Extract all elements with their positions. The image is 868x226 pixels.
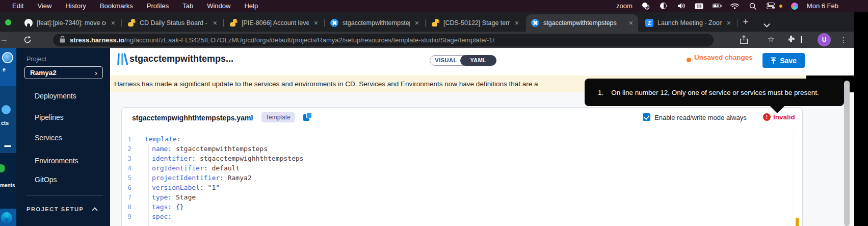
project-name: Ramya2 — [30, 69, 57, 77]
browser-toolbar: → stress.harness.io/ng/account/zEaak-FLS… — [0, 32, 854, 48]
tab-github-pr[interactable]: [feat]:[pie-7340]: move co × — [19, 14, 120, 32]
keyboard-icon[interactable] — [695, 2, 704, 10]
save-button[interactable]: Save — [762, 53, 805, 68]
tab-separator — [737, 19, 738, 27]
tab-title: stgacctempwithtempsteps — [543, 19, 624, 27]
code-line[interactable]: 8tags: {} — [122, 202, 790, 212]
template-badge: Template — [261, 112, 295, 122]
sidebar-item-services[interactable]: Services — [35, 134, 62, 142]
visual-yaml-toggle[interactable]: VISUAL YAML — [430, 55, 496, 66]
address-bar[interactable]: stress.harness.io/ng/account/zEaak-FLS42… — [53, 34, 714, 46]
project-label: Project — [27, 56, 46, 63]
menu-help[interactable]: Help — [244, 2, 258, 10]
display-mode-icon[interactable] — [659, 2, 668, 10]
template-icon — [116, 53, 128, 68]
reload-button[interactable] — [23, 36, 32, 46]
rail-divider — [4, 145, 11, 147]
tab-title: CD Daily Status Board - Ag — [140, 19, 208, 27]
menu-view[interactable]: View — [37, 2, 51, 10]
profile-avatar[interactable]: U — [818, 33, 831, 46]
tab-title: stgacctempwithtempsteps — [343, 19, 410, 27]
volume-icon[interactable] — [677, 2, 686, 10]
code-line[interactable]: 7type: Stage — [122, 192, 790, 202]
tooltip-arrow — [770, 106, 785, 113]
toggle-visual[interactable]: VISUAL — [430, 56, 462, 65]
lock-icon[interactable] — [60, 36, 65, 45]
tab-close-icon[interactable]: × — [414, 19, 420, 27]
sidebar-item-environments[interactable]: Environments — [35, 157, 78, 165]
zoom-app-menu[interactable]: zoom — [616, 2, 633, 10]
tab-close-icon[interactable]: × — [110, 19, 116, 27]
code-line[interactable]: 6versionLabel: "1" — [122, 183, 790, 192]
unsaved-dot — [687, 58, 691, 62]
duck-favicon — [229, 19, 238, 27]
banner-text: Harness has made a significant update to… — [114, 80, 538, 88]
copy-icon[interactable] — [303, 112, 312, 121]
tab-cds-50122[interactable]: [CDS-50122] Stage templa × — [426, 14, 524, 32]
tooltip-message: On line number 12, Only one of service o… — [611, 89, 819, 96]
new-tab-button[interactable]: + — [740, 16, 751, 28]
code-line[interactable]: 9spec: — [122, 212, 790, 221]
tab-harness-1[interactable]: stgacctempwithtempsteps × — [325, 14, 424, 32]
menubar-clock[interactable]: Mon 6 Feb — [807, 2, 838, 10]
yaml-filename: stgacctempwighhthtempsteps.yaml — [132, 114, 253, 122]
menu-window[interactable]: Window — [207, 2, 230, 10]
app-status-icon[interactable]: ! — [641, 2, 650, 10]
tab-status-board[interactable]: CD Daily Status Board - Ag × — [122, 14, 222, 32]
project-setup-section[interactable]: PROJECT SETUP — [27, 206, 84, 212]
module-icon — [2, 52, 13, 63]
template-title: stgacctempwithtemps... — [129, 54, 233, 64]
tab-close-icon[interactable]: × — [313, 19, 319, 27]
tab-close-icon[interactable]: × — [514, 19, 520, 27]
yaml-editor-card: stgacctempwighhthtempsteps.yaml Template… — [121, 107, 803, 226]
tab-search-chevron-icon[interactable] — [764, 21, 770, 28]
validation-tooltip: 1. On line number 12, Only one of servic… — [585, 79, 844, 106]
chevron-right-icon: › — [95, 68, 97, 77]
spotlight-search-icon[interactable] — [748, 2, 757, 10]
tab-zoom[interactable]: Z Launch Meeting - Zoom × — [640, 14, 736, 32]
wifi-icon[interactable] — [730, 2, 740, 10]
sidebar-item-gitops[interactable]: GitOps — [35, 175, 57, 184]
macos-menubar: Edit View History Bookmarks Profiles Tab… — [0, 0, 868, 12]
battery-icon[interactable] — [713, 2, 722, 10]
tab-close-icon[interactable]: × — [628, 19, 634, 27]
menu-edit[interactable]: Edit — [12, 2, 23, 10]
read-write-checkbox[interactable] — [643, 113, 650, 121]
control-center-icon[interactable] — [766, 2, 775, 10]
rail-label-fragment: ments — [0, 183, 15, 188]
share-icon[interactable] — [740, 35, 748, 46]
invalid-status[interactable]: Invalid — [773, 113, 795, 121]
screen: Edit View History Bookmarks Profiles Tab… — [0, 0, 868, 226]
menu-history[interactable]: History — [65, 2, 86, 10]
forward-button[interactable]: → — [0, 35, 8, 44]
bookmark-star-icon[interactable]: ☆ — [768, 35, 774, 44]
toggle-yaml[interactable]: YAML — [460, 55, 496, 66]
code-line[interactable]: 4orgIdentifier: default — [122, 163, 790, 173]
tab-close-icon[interactable]: × — [212, 19, 218, 27]
tab-close-icon[interactable]: × — [726, 19, 732, 27]
browser-menu-dots-icon[interactable]: ⋮ — [840, 36, 847, 44]
project-selector[interactable]: Ramya2 › — [24, 66, 103, 79]
menu-tab[interactable]: Tab — [182, 2, 193, 10]
code-line[interactable]: 3identifier: stgacctempwighhthtempsteps — [122, 154, 790, 163]
code-line[interactable]: 2name: stgacctempwithtempsteps — [122, 144, 790, 154]
traffic-light-green[interactable] — [5, 19, 11, 26]
siri-icon[interactable] — [791, 3, 798, 10]
menu-profiles[interactable]: Profiles — [147, 2, 169, 10]
sidebar-item-pipelines[interactable]: Pipelines — [35, 113, 64, 121]
upload-arrow-icon — [771, 57, 776, 64]
page-scrollbar[interactable] — [844, 81, 850, 226]
code-line[interactable]: 5projectIdentifier: Ramya2 — [122, 173, 790, 183]
extensions-puzzle-icon[interactable] — [787, 35, 795, 45]
tab-harness-active[interactable]: stgacctempwithtempsteps × — [526, 14, 638, 32]
module-icon — [2, 105, 11, 114]
unsaved-changes-label: Unsaved changes — [694, 54, 753, 61]
tab-title: [feat]:[pie-7340]: move co — [37, 19, 106, 27]
sidebar-item-deployments[interactable]: Deployments — [35, 92, 76, 100]
rail-dark-section — [0, 153, 16, 209]
tab-pie-8066[interactable]: [PIE-8066] Account level t × — [224, 14, 323, 32]
tab-title: [CDS-50122] Stage templa — [443, 19, 510, 27]
menu-bookmarks[interactable]: Bookmarks — [100, 2, 133, 10]
chevron-up-icon — [92, 207, 97, 213]
code-line[interactable]: 1template: — [122, 134, 790, 144]
